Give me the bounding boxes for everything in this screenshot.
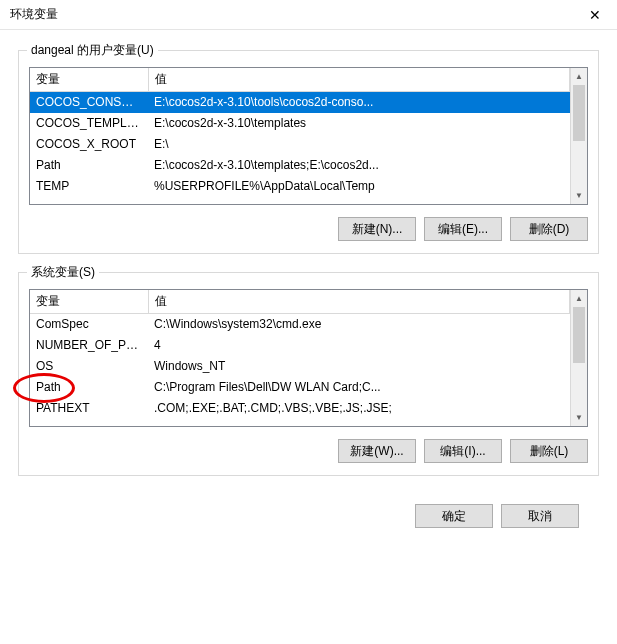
table-row[interactable]: Path C:\Program Files\Dell\DW WLAN Card;… [30, 377, 570, 398]
delete-user-var-button[interactable]: 删除(D) [510, 217, 588, 241]
window-title: 环境变量 [10, 6, 58, 23]
scroll-track[interactable] [571, 85, 587, 187]
user-variables-legend: dangeal 的用户变量(U) [27, 42, 158, 59]
cell-value: E:\ [148, 134, 570, 155]
table-row[interactable]: PATHEXT .COM;.EXE;.BAT;.CMD;.VBS;.VBE;.J… [30, 398, 570, 419]
scrollbar[interactable]: ▲ ▼ [570, 68, 587, 204]
cell-name: PATHEXT [30, 398, 148, 419]
cell-name: COCOS_TEMPLA... [30, 113, 148, 134]
user-variables-group: dangeal 的用户变量(U) 变量 值 COCOS_CONSOL... E: [18, 50, 599, 254]
cell-value: Windows_NT [148, 356, 570, 377]
table-row[interactable]: ComSpec C:\Windows\system32\cmd.exe [30, 314, 570, 335]
cell-name: Path [30, 155, 148, 176]
table-row[interactable]: COCOS_TEMPLA... E:\cocos2d-x-3.10\templa… [30, 113, 570, 134]
scroll-up-icon[interactable]: ▲ [571, 68, 587, 85]
user-buttons-row: 新建(N)... 编辑(E)... 删除(D) [29, 217, 588, 241]
cell-name: OS [30, 356, 148, 377]
cell-value: %USERPROFILE%\AppData\Local\Temp [148, 176, 570, 197]
close-icon: ✕ [589, 7, 601, 23]
new-user-var-button[interactable]: 新建(N)... [338, 217, 416, 241]
system-variables-table-wrap: 变量 值 ComSpec C:\Windows\system32\cmd.exe… [29, 289, 588, 427]
cell-value: .COM;.EXE;.BAT;.CMD;.VBS;.VBE;.JS;.JSE; [148, 398, 570, 419]
column-header-name[interactable]: 变量 [30, 290, 148, 314]
cell-name: Path [30, 377, 148, 398]
edit-user-var-button[interactable]: 编辑(E)... [424, 217, 502, 241]
table-row[interactable]: OS Windows_NT [30, 356, 570, 377]
scroll-down-icon[interactable]: ▼ [571, 409, 587, 426]
cell-name: COCOS_X_ROOT [30, 134, 148, 155]
column-header-name[interactable]: 变量 [30, 68, 148, 92]
table-row[interactable]: TEMP %USERPROFILE%\AppData\Local\Temp [30, 176, 570, 197]
delete-system-var-button[interactable]: 删除(L) [510, 439, 588, 463]
column-header-value[interactable]: 值 [148, 68, 570, 92]
dialog-body: dangeal 的用户变量(U) 变量 值 COCOS_CONSOL... E: [0, 30, 617, 538]
ok-button[interactable]: 确定 [415, 504, 493, 528]
cell-name: TEMP [30, 176, 148, 197]
scroll-thumb[interactable] [573, 307, 585, 363]
scroll-thumb[interactable] [573, 85, 585, 141]
cell-name: ComSpec [30, 314, 148, 335]
table-row[interactable]: COCOS_X_ROOT E:\ [30, 134, 570, 155]
system-variables-table[interactable]: 变量 值 ComSpec C:\Windows\system32\cmd.exe… [30, 290, 570, 419]
cell-value: E:\cocos2d-x-3.10\templates [148, 113, 570, 134]
scroll-track[interactable] [571, 307, 587, 409]
table-row[interactable]: Path E:\cocos2d-x-3.10\templates;E:\coco… [30, 155, 570, 176]
close-button[interactable]: ✕ [572, 0, 617, 30]
scrollbar[interactable]: ▲ ▼ [570, 290, 587, 426]
table-row[interactable]: COCOS_CONSOL... E:\cocos2d-x-3.10\tools\… [30, 92, 570, 113]
titlebar: 环境变量 ✕ [0, 0, 617, 30]
cell-value: E:\cocos2d-x-3.10\templates;E:\cocos2d..… [148, 155, 570, 176]
user-variables-table-wrap: 变量 值 COCOS_CONSOL... E:\cocos2d-x-3.10\t… [29, 67, 588, 205]
cancel-button[interactable]: 取消 [501, 504, 579, 528]
edit-system-var-button[interactable]: 编辑(I)... [424, 439, 502, 463]
cell-value: C:\Windows\system32\cmd.exe [148, 314, 570, 335]
system-variables-legend: 系统变量(S) [27, 264, 99, 281]
cell-name: NUMBER_OF_PR... [30, 335, 148, 356]
cell-value: C:\Program Files\Dell\DW WLAN Card;C... [148, 377, 570, 398]
cell-value: E:\cocos2d-x-3.10\tools\cocos2d-conso... [148, 92, 570, 113]
dialog-footer: 确定 取消 [18, 494, 599, 528]
scroll-up-icon[interactable]: ▲ [571, 290, 587, 307]
cell-value: 4 [148, 335, 570, 356]
table-row[interactable]: NUMBER_OF_PR... 4 [30, 335, 570, 356]
column-header-value[interactable]: 值 [148, 290, 570, 314]
system-buttons-row: 新建(W)... 编辑(I)... 删除(L) [29, 439, 588, 463]
scroll-down-icon[interactable]: ▼ [571, 187, 587, 204]
system-variables-group: 系统变量(S) 变量 值 ComSpec C:\Windows\system32 [18, 272, 599, 476]
cell-name: COCOS_CONSOL... [30, 92, 148, 113]
new-system-var-button[interactable]: 新建(W)... [338, 439, 416, 463]
user-variables-table[interactable]: 变量 值 COCOS_CONSOL... E:\cocos2d-x-3.10\t… [30, 68, 570, 197]
